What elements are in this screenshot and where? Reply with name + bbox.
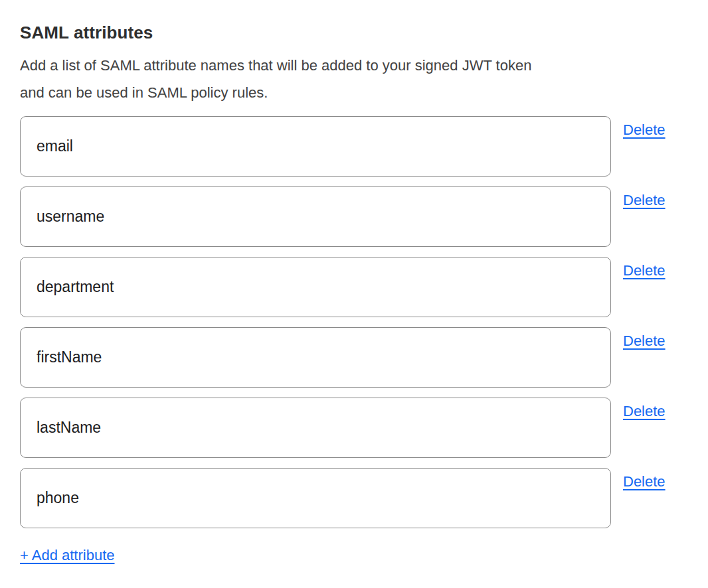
- attribute-row: Delete: [20, 186, 688, 247]
- attribute-input-email[interactable]: [20, 116, 611, 177]
- saml-attributes-section: SAML attributes Add a list of SAML attri…: [0, 0, 708, 588]
- attribute-row: Delete: [20, 257, 688, 317]
- section-description-line-1: Add a list of SAML attribute names that …: [20, 52, 688, 79]
- attribute-row: Delete: [20, 327, 688, 388]
- attribute-input-phone[interactable]: [20, 468, 611, 528]
- delete-link-email[interactable]: Delete: [623, 121, 665, 139]
- attribute-input-username[interactable]: [20, 186, 611, 247]
- attribute-row: Delete: [20, 116, 688, 177]
- attribute-row: Delete: [20, 468, 688, 528]
- attribute-list: Delete Delete Delete Delete Delete Delet…: [20, 116, 688, 528]
- add-attribute-link[interactable]: + Add attribute: [20, 547, 115, 564]
- attribute-input-firstname[interactable]: [20, 327, 611, 388]
- delete-link-department[interactable]: Delete: [623, 262, 665, 279]
- attribute-input-lastname[interactable]: [20, 398, 611, 458]
- attribute-row: Delete: [20, 398, 688, 458]
- delete-link-username[interactable]: Delete: [623, 192, 665, 209]
- delete-link-phone[interactable]: Delete: [623, 473, 665, 490]
- section-description-line-2: and can be used in SAML policy rules.: [20, 79, 688, 106]
- section-description: Add a list of SAML attribute names that …: [20, 52, 688, 106]
- delete-link-lastname[interactable]: Delete: [623, 403, 665, 420]
- attribute-input-department[interactable]: [20, 257, 611, 317]
- delete-link-firstname[interactable]: Delete: [623, 332, 665, 350]
- section-title: SAML attributes: [20, 23, 688, 43]
